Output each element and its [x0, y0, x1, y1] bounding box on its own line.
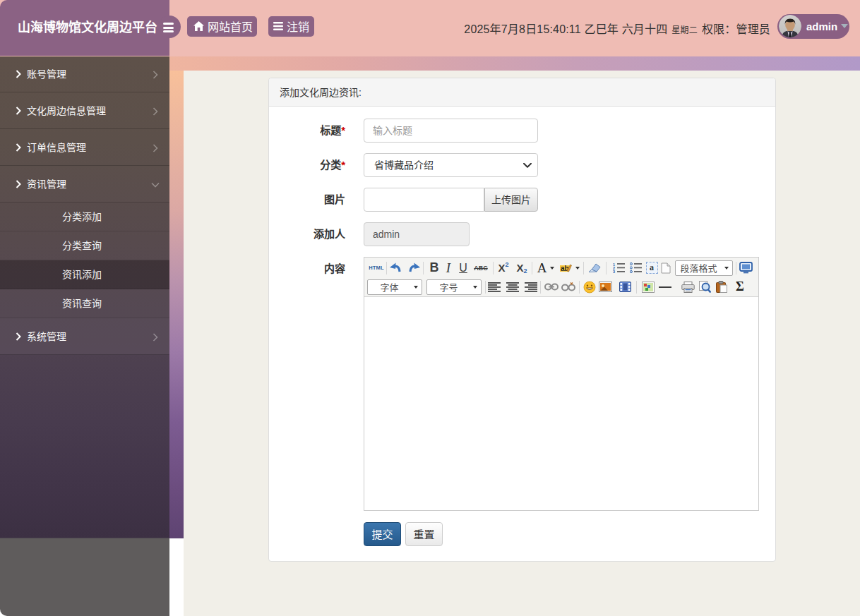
svg-text:3: 3: [613, 270, 615, 273]
